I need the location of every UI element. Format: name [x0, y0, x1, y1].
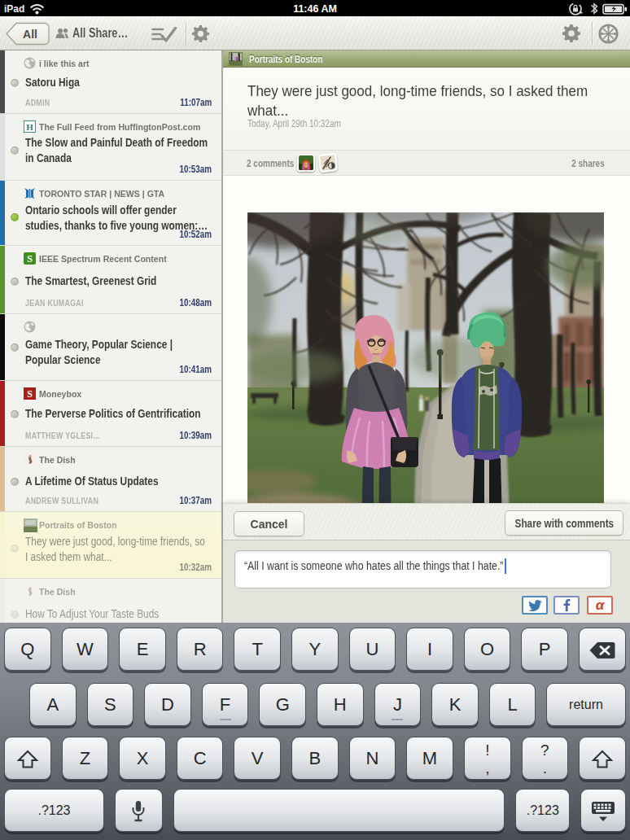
- svg-text:H: H: [26, 122, 33, 132]
- svg-text:All: All: [23, 28, 37, 41]
- svg-text:S: S: [27, 388, 33, 400]
- svg-text:S: S: [27, 253, 33, 265]
